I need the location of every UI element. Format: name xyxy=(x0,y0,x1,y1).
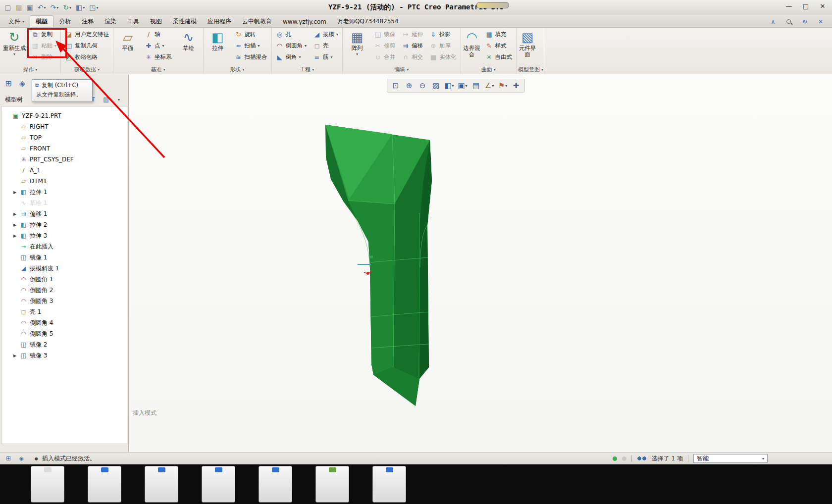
ribbon-group-label-shapes[interactable]: 形状▾ xyxy=(205,65,270,74)
tree-item-extrude-2[interactable]: ▶◧拉伸 2 xyxy=(1,219,127,230)
tab-render[interactable]: 渲染 xyxy=(99,16,122,27)
ribbon-button-component-interface[interactable]: ▧元件界面 xyxy=(518,29,537,58)
tab-annotate[interactable]: 注释 xyxy=(76,16,99,27)
tree-item-offset-1[interactable]: ▶⇉偏移 1 xyxy=(1,208,127,219)
ribbon-button-swept-blend[interactable]: ≋扫描混合 xyxy=(232,51,270,63)
sync-button[interactable]: ↻ xyxy=(800,17,809,27)
tree-item-dtm1[interactable]: ▱DTM1 xyxy=(1,176,127,187)
ribbon-group-label-editing[interactable]: 编辑▾ xyxy=(344,65,459,74)
tree-item-extrude-3[interactable]: ▶◧拉伸 3 xyxy=(1,230,127,241)
tree-item-right[interactable]: ▱RIGHT xyxy=(1,121,127,132)
model-tree-tab-button[interactable]: ⊞ xyxy=(4,79,13,89)
ribbon-button-extrude[interactable]: ◧拉伸 xyxy=(205,29,231,51)
ribbon-button-udf[interactable]: ◪用户定义特征 xyxy=(62,29,111,40)
ribbon-button-fill[interactable]: ▦填充 xyxy=(483,29,515,40)
ribbon-button-project[interactable]: ⇓投影 xyxy=(427,29,459,40)
ribbon-button-round[interactable]: ◠倒圆角▾ xyxy=(273,40,310,51)
expand-arrow-icon[interactable]: ▶ xyxy=(12,223,17,227)
ribbon-button-chamfer[interactable]: ◣倒角▾ xyxy=(273,51,310,63)
tree-item-draft-1[interactable]: ◢拔模斜度 1 xyxy=(1,263,127,274)
utilities-button[interactable]: ✚ xyxy=(510,80,522,91)
tree-item-mirror-1[interactable]: ◫镜像 1 xyxy=(1,252,127,263)
tree-item-extrude-1[interactable]: ▶◧拉伸 1 xyxy=(1,187,127,198)
tree-item-round-2[interactable]: ◠倒圆角 2 xyxy=(1,285,127,296)
search-selection-icon[interactable] xyxy=(637,456,647,461)
ribbon-group-label-operations[interactable]: 操作▾ xyxy=(1,65,59,74)
ribbon-button-hole[interactable]: ◎孔 xyxy=(273,29,310,40)
ribbon-button-shrinkwrap[interactable]: ◩收缩包络 xyxy=(62,51,111,63)
ribbon-button-freestyle[interactable]: ✳自由式 xyxy=(483,51,515,63)
tree-item-mirror-3[interactable]: ▶◫镜像 3 xyxy=(1,350,127,361)
minimize-button[interactable]: — xyxy=(784,2,793,10)
refit-button[interactable]: ⊡ xyxy=(390,80,402,91)
ribbon-button-copy-geometry[interactable]: ◫复制几何 xyxy=(62,40,111,51)
zoom-out-button[interactable]: ⊖ xyxy=(416,80,428,91)
ribbon-button-offset[interactable]: ⇉偏移 xyxy=(399,40,425,51)
ribbon-button-revolve[interactable]: ↻旋转 xyxy=(232,29,270,40)
tab-website[interactable]: www.yzfjy.com xyxy=(277,16,332,27)
ribbon-button-point[interactable]: ✚点▾ xyxy=(142,40,174,51)
statusbar-browser-toggle[interactable]: ◈ xyxy=(17,454,26,463)
ribbon-button-sketch[interactable]: ∿草绘 xyxy=(176,29,202,51)
ribbon-button-intersect[interactable]: ∩相交 xyxy=(399,51,425,63)
minimize-ribbon-button[interactable]: ∧ xyxy=(769,17,778,27)
tree-item-top[interactable]: ▱TOP xyxy=(1,132,127,143)
ribbon-button-regenerate[interactable]: ↻重新生成▾ xyxy=(1,29,27,56)
ribbon-button-sweep[interactable]: ≈扫描▾ xyxy=(232,40,270,51)
model-display-button[interactable]: ◧▾ xyxy=(74,2,86,13)
expand-arrow-icon[interactable]: ▶ xyxy=(12,190,17,195)
ribbon-button-csys[interactable]: ✳坐标系 xyxy=(142,51,174,63)
tab-analysis[interactable]: 分析 xyxy=(53,16,76,27)
ribbon-button-extend[interactable]: ↦延伸 xyxy=(399,29,425,40)
ribbon-group-label-surfaces[interactable]: 曲面▾ xyxy=(463,65,515,74)
graphics-area[interactable]: ⊡⊕⊖▨◧▾▣▾▤∠▾⚑▾✚ 插入模式 xyxy=(129,74,832,452)
ribbon-button-style[interactable]: ✎样式 xyxy=(483,40,515,51)
maximize-button[interactable]: □ xyxy=(801,2,810,10)
close-file-button[interactable]: ✕ xyxy=(816,17,825,27)
ribbon-button-axis[interactable]: ∕轴 xyxy=(142,29,174,40)
ribbon-group-label-get-data[interactable]: 获取数据▾ xyxy=(62,65,111,74)
tree-menu-button[interactable]: ▾ xyxy=(114,95,123,104)
tab-teacher[interactable]: 万老师QQ734482554 xyxy=(332,16,404,27)
tree-item-a-1[interactable]: ∕A_1 xyxy=(1,165,127,176)
ribbon-button-merge[interactable]: ∪合并 xyxy=(371,51,398,63)
tab-file[interactable]: 文件▾ xyxy=(3,16,30,27)
taskbar-button-4[interactable] xyxy=(202,466,235,503)
ribbon-button-boundary-blend[interactable]: ◠边界混合 xyxy=(463,29,481,58)
save-button[interactable]: ▣ xyxy=(25,2,34,13)
redo-button[interactable]: ↷▾ xyxy=(49,2,60,13)
tree-item-round-3[interactable]: ◠倒圆角 3 xyxy=(1,296,127,306)
expand-arrow-icon[interactable]: ▶ xyxy=(12,212,17,216)
find-button[interactable] xyxy=(784,17,793,27)
tree-item-round-1[interactable]: ◠倒圆角 1 xyxy=(1,274,127,285)
tree-item-front[interactable]: ▱FRONT xyxy=(1,143,127,154)
ribbon-button-plane[interactable]: ▱平面 xyxy=(115,29,141,51)
ribbon-group-label-engineering[interactable]: 工程▾ xyxy=(273,65,341,74)
undo-button[interactable]: ↶▾ xyxy=(36,2,48,13)
ribbon-button-solidify[interactable]: ■实体化 xyxy=(427,51,459,63)
expand-arrow-icon[interactable]: ▶ xyxy=(12,234,17,238)
tab-tools[interactable]: 工具 xyxy=(122,16,145,27)
ribbon-button-trim[interactable]: ✂修剪 xyxy=(371,40,398,51)
tree-item-root[interactable]: ▣YZF-9-21.PRT xyxy=(1,110,127,121)
taskbar-button-5[interactable] xyxy=(259,466,292,503)
taskbar-button-3[interactable] xyxy=(145,466,178,503)
tree-item-sketch-1[interactable]: ∿草绘 1 xyxy=(1,198,127,208)
ribbon-group-label-datum[interactable]: 基准▾ xyxy=(115,65,202,74)
ribbon-button-thicken[interactable]: ⊕加厚 xyxy=(427,40,459,51)
view-manager-button[interactable]: ▤ xyxy=(470,80,482,91)
taskbar-button-7[interactable] xyxy=(372,466,406,503)
saved-orientations-button[interactable]: ▣▾ xyxy=(457,80,468,91)
repaint-button[interactable]: ▨ xyxy=(430,80,442,91)
ribbon-button-shell[interactable]: ◻壳 xyxy=(311,40,341,51)
tab-applications[interactable]: 应用程序 xyxy=(202,16,237,27)
taskbar-button-6[interactable] xyxy=(315,466,349,503)
tree-columns-button[interactable]: ▥ xyxy=(102,95,110,104)
ribbon-button-mirror[interactable]: ◫镜像 xyxy=(371,29,398,40)
ribbon-group-label-model-intent[interactable]: 模型意图▾ xyxy=(518,65,543,74)
selection-filter-combo[interactable]: 智能 ▾ xyxy=(693,454,768,463)
tree-item-insert-here[interactable]: →在此插入 xyxy=(1,241,127,252)
display-style-button[interactable]: ◧▾ xyxy=(443,80,455,91)
folder-browser-tab-button[interactable]: ◈ xyxy=(18,79,27,89)
tab-flexible-modeling[interactable]: 柔性建模 xyxy=(167,16,202,27)
